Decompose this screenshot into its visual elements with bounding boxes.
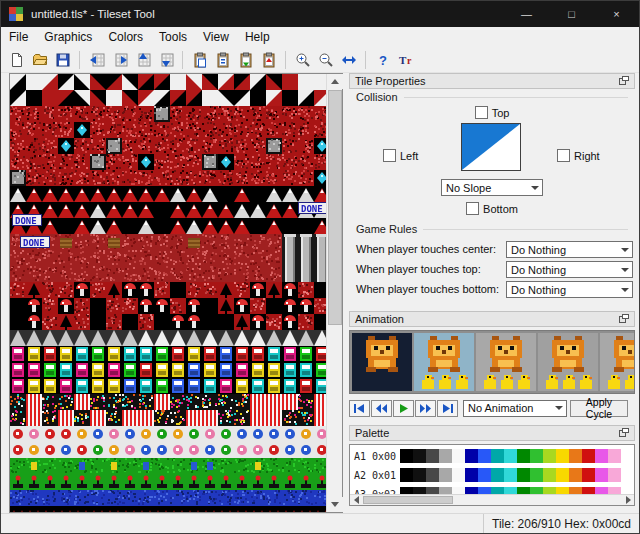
collision-right-checkbox[interactable]: Right: [557, 149, 600, 162]
palette-swatch-0-8[interactable]: [504, 449, 517, 463]
palette-swatch-1-0[interactable]: [400, 468, 413, 482]
palette-swatch-0-1[interactable]: [413, 449, 426, 463]
checkbox-box[interactable]: [557, 149, 570, 162]
chevron-down-icon: [551, 401, 566, 416]
menu-view[interactable]: View: [195, 27, 237, 47]
font-button[interactable]: Tr: [394, 49, 417, 71]
palette-swatch-1-8[interactable]: [504, 468, 517, 482]
palette-swatch-0-13[interactable]: [569, 449, 582, 463]
rule-center-dropdown[interactable]: Do Nothing: [506, 241, 633, 258]
animation-frame-4[interactable]: [538, 333, 598, 391]
animation-frame-3[interactable]: [476, 333, 536, 391]
zoom-in-button[interactable]: [291, 49, 314, 71]
palette-swatch-0-5[interactable]: [465, 449, 478, 463]
palette-swatch-1-11[interactable]: [543, 468, 556, 482]
scroll-down-button[interactable]: [327, 497, 343, 512]
paste-button[interactable]: [211, 49, 234, 71]
menu-colors[interactable]: Colors: [100, 27, 151, 47]
palette-swatch-1-5[interactable]: [465, 468, 478, 482]
float-panel-icon[interactable]: [619, 428, 629, 438]
palette-swatch-1-14[interactable]: [582, 468, 595, 482]
palette-swatch-0-7[interactable]: [491, 449, 504, 463]
palette-swatch-0-15[interactable]: [595, 449, 608, 463]
import-button[interactable]: [234, 49, 257, 71]
animation-frame-5[interactable]: [600, 333, 635, 391]
palette-swatch-0-2[interactable]: [426, 449, 439, 463]
shift-left-button[interactable]: [85, 49, 108, 71]
checkbox-box[interactable]: [475, 106, 488, 119]
palette-swatch-1-15[interactable]: [595, 468, 608, 482]
slope-dropdown[interactable]: No Slope: [441, 179, 543, 196]
float-panel-icon[interactable]: [619, 76, 629, 86]
rule-top-dropdown[interactable]: Do Nothing: [506, 261, 633, 278]
palette-horizontal-scrollbar[interactable]: [350, 494, 634, 505]
anim-first-button[interactable]: [349, 400, 370, 417]
palette-swatch-1-7[interactable]: [491, 468, 504, 482]
rule-bottom-dropdown[interactable]: Do Nothing: [506, 281, 633, 298]
palette-swatch-0-6[interactable]: [478, 449, 491, 463]
shift-down-button[interactable]: [154, 49, 177, 71]
anim-last-button[interactable]: [437, 400, 458, 417]
palette-swatch-1-9[interactable]: [517, 468, 530, 482]
scroll-right-button[interactable]: [622, 495, 634, 505]
palette-swatch-1-13[interactable]: [569, 468, 582, 482]
palette-swatch-0-0[interactable]: [400, 449, 413, 463]
rule-top-label: When player touches top:: [356, 261, 481, 278]
palette-swatch-1-10[interactable]: [530, 468, 543, 482]
palette-swatch-0-10[interactable]: [530, 449, 543, 463]
palette-swatch-1-4[interactable]: [452, 468, 465, 482]
close-button[interactable]: ×: [594, 1, 639, 27]
animation-title: Animation: [355, 313, 404, 325]
maximize-button[interactable]: □: [549, 1, 594, 27]
new-button[interactable]: [5, 49, 28, 71]
chevron-down-icon: [617, 262, 632, 277]
copy-button[interactable]: [188, 49, 211, 71]
scroll-up-button[interactable]: [327, 74, 343, 89]
palette-swatch-0-16[interactable]: [608, 449, 621, 463]
palette-swatch-0-11[interactable]: [543, 449, 556, 463]
palette-swatch-0-9[interactable]: [517, 449, 530, 463]
minimize-button[interactable]: —: [504, 1, 549, 27]
menu-file[interactable]: File: [1, 27, 36, 47]
anim-forward-button[interactable]: [415, 400, 436, 417]
float-panel-icon[interactable]: [619, 314, 629, 324]
scroll-thumb[interactable]: [328, 90, 342, 325]
tileset-canvas[interactable]: [10, 74, 326, 512]
collision-left-checkbox[interactable]: Left: [383, 149, 418, 162]
shift-up-button[interactable]: [131, 49, 154, 71]
zoom-out-button[interactable]: [314, 49, 337, 71]
palette-swatch-1-2[interactable]: [426, 468, 439, 482]
palette-swatch-1-3[interactable]: [439, 468, 452, 482]
menu-graphics[interactable]: Graphics: [36, 27, 100, 47]
shift-right-button[interactable]: [108, 49, 131, 71]
scroll-left-button[interactable]: [350, 495, 362, 505]
palette-swatch-0-12[interactable]: [556, 449, 569, 463]
animation-cycle-dropdown[interactable]: No Animation: [463, 400, 567, 417]
palette-header: Palette: [349, 425, 635, 441]
checkbox-box[interactable]: [466, 202, 479, 215]
palette-swatch-1-6[interactable]: [478, 468, 491, 482]
collision-top-checkbox[interactable]: Top: [475, 106, 510, 119]
palette-swatch-1-16[interactable]: [608, 468, 621, 482]
swap-button[interactable]: [337, 49, 360, 71]
scroll-thumb[interactable]: [363, 496, 453, 504]
palette-swatch-1-12[interactable]: [556, 468, 569, 482]
palette-swatch-0-3[interactable]: [439, 449, 452, 463]
apply-cycle-button[interactable]: Apply Cycle: [570, 400, 628, 417]
tileset-vertical-scrollbar[interactable]: [326, 74, 342, 512]
collision-bottom-checkbox[interactable]: Bottom: [466, 202, 518, 215]
menu-tools[interactable]: Tools: [151, 27, 195, 47]
menu-help[interactable]: Help: [237, 27, 278, 47]
help-button[interactable]: ?: [371, 49, 394, 71]
palette-swatch-1-1[interactable]: [413, 468, 426, 482]
animation-frame-2[interactable]: [414, 333, 474, 391]
export-button[interactable]: [257, 49, 280, 71]
anim-rewind-button[interactable]: [371, 400, 392, 417]
palette-swatch-0-4[interactable]: [452, 449, 465, 463]
open-button[interactable]: [28, 49, 51, 71]
palette-swatch-0-14[interactable]: [582, 449, 595, 463]
anim-play-button[interactable]: [393, 400, 414, 417]
save-button[interactable]: [51, 49, 74, 71]
checkbox-box[interactable]: [383, 149, 396, 162]
animation-frame-1[interactable]: [352, 333, 412, 391]
